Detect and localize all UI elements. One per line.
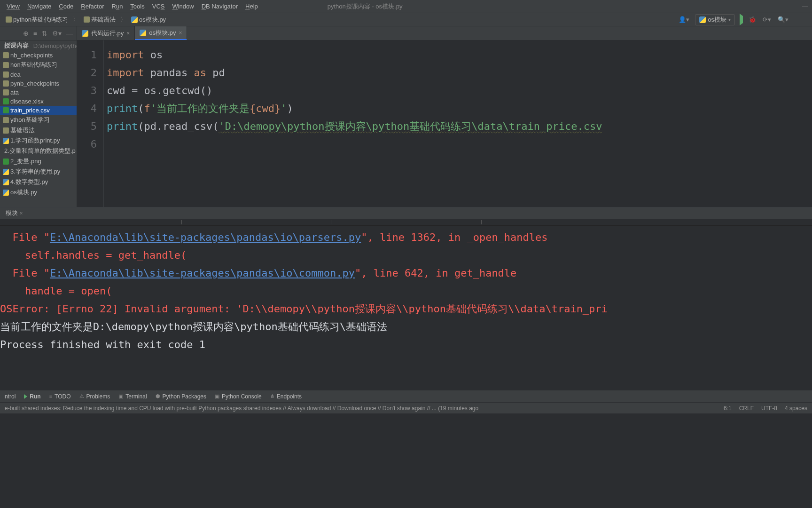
menu-view[interactable]: View [3,1,23,11]
target-icon[interactable]: ⊕ [23,30,29,37]
tree-item-label: 2.变量和简单的数据类型.p [4,147,76,155]
play-icon [740,14,743,25]
minimize-icon[interactable]: — [801,2,809,11]
tree-item-5[interactable]: disease.xlsx [0,97,77,106]
search-icon[interactable]: 🔍▾ [777,15,789,24]
tree-item-9[interactable]: 1.学习函数print.py [0,135,77,146]
fld-icon [3,117,9,123]
menu-run[interactable]: Run [108,1,127,11]
hide-icon[interactable]: — [66,30,73,37]
chevron-right-icon: 〉 [73,16,79,24]
gutter: 123456 [77,40,103,207]
tree-item-3[interactable]: pynb_checkpoints [0,79,77,88]
close-icon[interactable]: × [126,30,130,37]
close-icon[interactable]: × [20,210,23,216]
tab-0[interactable]: 代码运行.py× [77,26,135,40]
code-content[interactable]: import osimport pandas as pdcwd = os.get… [103,40,812,207]
tree-item-1[interactable]: hon基础代码练习 [0,60,77,70]
console-icon: ▣ [215,393,219,399]
run-config-selector[interactable]: os模块 ▾ [695,14,735,25]
tool-endpoints[interactable]: ⋔Endpoints [270,393,302,400]
list-icon: ≡ [49,394,52,399]
play-icon [24,394,27,399]
tree-item-label: pynb_checkpoints [10,80,59,87]
endpoints-icon: ⋔ [270,393,274,399]
tool-terminal[interactable]: ▣Terminal [118,393,147,400]
debug-button[interactable]: 🐞 [748,15,757,24]
menu-tools[interactable]: Tools [126,1,148,11]
console-output[interactable]: File "E:\Anaconda\lib\site-packages\pand… [0,225,812,390]
tree-item-11[interactable]: 2_变量.png [0,156,77,167]
chevron-right-icon: 〉 [120,16,126,24]
menu-vcs[interactable]: VCS [148,1,169,11]
fld-icon [3,89,9,95]
status-bar: e-built shared indexes: Reduce the index… [0,402,812,413]
user-icon[interactable]: 👤▾ [678,15,690,24]
tool-pyconsole[interactable]: ▣Python Console [215,393,262,400]
status-indent[interactable]: 4 spaces [785,405,807,412]
tree-item-12[interactable]: 3.字符串的使用.py [0,167,77,177]
crumb-2[interactable]: os模块.py [129,15,168,25]
menu-dbnav[interactable]: DB Navigator [198,1,242,11]
crumb-0[interactable]: python基础代码练习 [4,15,70,25]
tool-control[interactable]: ntrol [5,393,16,400]
menu-code[interactable]: Code [55,1,77,11]
tree-item-label: 2_变量.png [10,157,41,166]
close-icon[interactable]: × [179,30,182,36]
tree-item-label: 4.数字类型.py [10,178,48,186]
tree-item-label: 1.学习函数print.py [10,136,60,145]
run-button[interactable] [740,16,743,23]
more-run-icon[interactable]: ⟳▾ [762,15,772,24]
tree-item-2[interactable]: dea [0,70,77,79]
status-eol[interactable]: CRLF [739,405,754,412]
window-title: python授课内容 - os模块.py [328,2,403,11]
ruler [0,219,812,225]
menu-window[interactable]: Window [168,1,197,11]
tree-item-label: nb_checkpoints [10,52,53,59]
chevron-down-icon: ▾ [728,17,731,22]
tree-item-13[interactable]: 4.数字类型.py [0,177,77,187]
project-tree[interactable]: 授课内容 D:\demopy\pytho nb_checkpointshon基础… [0,40,77,207]
status-enc[interactable]: UTF-8 [761,405,777,412]
gear-icon[interactable]: ⚙▾ [52,30,62,37]
tree-item-4[interactable]: ata [0,88,77,97]
tab-1[interactable]: os模块.py× [135,26,187,40]
status-message[interactable]: e-built shared indexes: Reduce the index… [5,405,478,412]
tree-item-10[interactable]: 2.变量和简单的数据类型.p [0,146,77,156]
tree-item-label: ython基础学习 [10,116,50,124]
tree-item-7[interactable]: ython基础学习 [0,115,77,125]
terminal-icon: ▣ [118,393,123,399]
tree-item-label: os模块.py [10,188,37,197]
warning-icon: ⚠ [79,393,84,399]
tree-root[interactable]: 授课内容 D:\demopy\pytho [0,40,77,51]
tool-todo[interactable]: ≡TODO [49,393,71,400]
tool-problems[interactable]: ⚠Problems [79,393,110,400]
fld-icon [3,127,9,134]
menu-help[interactable]: Help [242,1,262,11]
tool-run[interactable]: Run [24,393,40,400]
filter-icon[interactable]: ⇅ [42,30,47,37]
package-icon: ⬢ [156,393,160,399]
collapse-icon[interactable]: ≡ [33,30,37,37]
status-pos[interactable]: 6:1 [724,405,732,412]
menu-refactor[interactable]: Refactor [77,1,108,11]
tree-item-0[interactable]: nb_checkpoints [0,51,77,60]
tree-item-14[interactable]: os模块.py [0,187,77,198]
tree-item-label: 3.字符串的使用.py [10,167,60,176]
csv-icon [3,159,9,165]
fld-icon [3,62,9,68]
csv-icon [3,98,9,104]
tree-item-label: ata [10,89,19,96]
tree-item-8[interactable]: 基础语法 [0,125,77,135]
menu-navigate[interactable]: Navigate [23,1,55,11]
csv-icon [3,107,9,113]
python-icon [140,30,146,36]
code-editor[interactable]: 123456 import osimport pandas as pdcwd =… [77,40,812,207]
run-tool-window: 模块× File "E:\Anaconda\lib\site-packages\… [0,207,812,390]
tool-pypackages[interactable]: ⬢Python Packages [156,393,206,400]
panel-tab-0[interactable]: 模块× [3,208,25,218]
tree-item-6[interactable]: train_price.csv [0,106,77,115]
py-icon [3,179,9,185]
bottom-tool-strip: ntrol Run ≡TODO ⚠Problems ▣Terminal ⬢Pyt… [0,390,812,402]
crumb-1[interactable]: 基础语法 [82,15,117,25]
